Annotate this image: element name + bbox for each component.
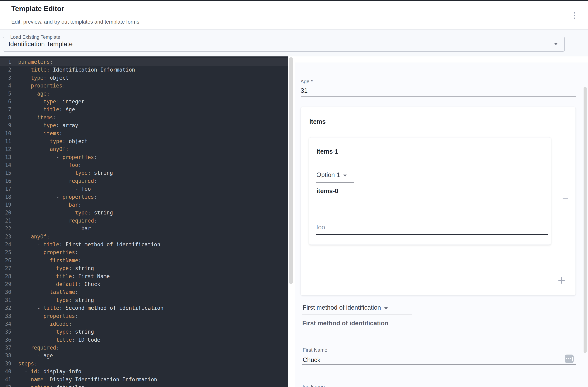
vertical-ellipsis-icon [574, 18, 575, 19]
line-number: 3 [0, 74, 11, 82]
ellipsis-cursor-icon [570, 358, 571, 359]
code-line: 20 type: string [0, 209, 288, 217]
line-number: 15 [0, 169, 11, 177]
first-name-underline [302, 364, 576, 365]
line-number: 40 [0, 368, 11, 375]
code-line-content: anyOf: [11, 233, 50, 241]
code-line: 35 type: string [0, 328, 288, 336]
code-line-content: foo: [11, 161, 81, 169]
code-line: 34 idCode: [0, 320, 288, 328]
items-card: items items-1 Option 1 items-0 foo [301, 107, 576, 295]
header: Template Editor Edit, preview, and try o… [0, 1, 588, 30]
page-scrollbar-thumb[interactable] [584, 87, 587, 353]
line-number: 8 [0, 114, 11, 121]
code-line: 11 type: object [0, 137, 288, 145]
method-select-value: First method of identification [303, 304, 381, 311]
code-line: 12 anyOf: [0, 145, 288, 153]
code-line-content: title: First Name [11, 272, 110, 280]
foo-input[interactable]: foo [316, 224, 325, 231]
code-line: 6 type: integer [0, 98, 288, 106]
code-line: 16 required: [0, 177, 288, 185]
code-line-content: action: debug:log [11, 384, 84, 387]
code-line-content: - title: First method of identification [11, 241, 160, 249]
code-line: 42 action: debug:log [0, 384, 288, 387]
line-number: 31 [0, 296, 11, 304]
add-item-button[interactable] [557, 275, 567, 285]
code-line-content: title: ID Code [11, 336, 100, 344]
item-option-select[interactable]: Option 1 [316, 171, 347, 179]
age-field-underline [301, 96, 576, 97]
code-line-content: - foo [11, 185, 91, 193]
line-number: 4 [0, 82, 11, 90]
code-line: 19 bar: [0, 201, 288, 209]
line-number: 19 [0, 201, 11, 209]
template-loader-section: Load Existing Template Identification Te… [0, 30, 588, 57]
code-line-content: - bar [11, 225, 91, 232]
code-line: 17 - foo [0, 185, 288, 193]
code-line: 7 title: Age [0, 106, 288, 114]
code-line: 28 title: First Name [0, 272, 288, 280]
load-template-select[interactable]: Load Existing Template Identification Te… [3, 37, 565, 52]
code-line: 32 - title: Second method of identificat… [0, 304, 288, 312]
line-number: 13 [0, 153, 11, 161]
method-select[interactable]: First method of identification [303, 304, 388, 311]
code-line: 37 required: [0, 344, 288, 352]
editor-scrollbar-thumb[interactable] [289, 57, 293, 284]
code-line-content: type: string [11, 209, 113, 217]
item-0-title: items-0 [316, 188, 338, 195]
code-line-content: type: integer [11, 98, 84, 106]
line-number: 12 [0, 145, 11, 153]
line-number: 34 [0, 320, 11, 328]
code-line-content: - id: display-info [11, 368, 81, 375]
remove-item-button[interactable] [561, 193, 570, 203]
overflow-menu-button[interactable] [570, 9, 579, 22]
code-line: 4 properties: [0, 82, 288, 90]
code-line-content: type: string [11, 328, 94, 336]
line-number: 18 [0, 193, 11, 201]
form-preview-pane: Age * 31 items items-1 Option 1 items-0 … [295, 57, 588, 387]
code-line: 30 lastName: [0, 288, 288, 296]
last-name-label: lastName [303, 384, 325, 387]
line-number: 2 [0, 66, 11, 74]
code-line: 13 - properties: [0, 153, 288, 161]
line-number: 36 [0, 336, 11, 344]
code-line-content: required: [11, 217, 97, 225]
line-number: 30 [0, 288, 11, 296]
code-line-content: - age [11, 352, 53, 360]
code-line-content: firstName: [11, 257, 81, 264]
code-line-content: steps: [11, 360, 37, 368]
code-line-content: parameters: [11, 58, 53, 66]
line-number: 24 [0, 241, 11, 249]
load-template-label: Load Existing Template [8, 34, 62, 40]
code-line: 29 default: Chuck [0, 280, 288, 288]
code-line-content: - title: Identification Information [11, 66, 135, 74]
age-field-label: Age * [300, 78, 313, 84]
code-line: 14 foo: [0, 161, 288, 169]
age-field-input[interactable]: 31 [301, 87, 308, 94]
pane-top-margin [295, 57, 588, 62]
code-line: 36 title: ID Code [0, 336, 288, 344]
code-line: 10 items: [0, 130, 288, 137]
code-line: 39steps: [0, 360, 288, 368]
code-line: 5 age: [0, 90, 288, 98]
item-option-underline [316, 182, 354, 183]
autofill-button[interactable] [565, 355, 574, 363]
yaml-editor[interactable]: 1parameters:2 - title: Identification In… [0, 57, 288, 387]
line-number: 32 [0, 304, 11, 312]
code-line: 22 - bar [0, 225, 288, 232]
code-line-content: idCode: [11, 320, 72, 328]
code-line-content: - properties: [11, 193, 97, 201]
code-line-content: bar: [11, 201, 81, 209]
code-line-content: name: Display Identification Information [11, 376, 157, 384]
line-number: 25 [0, 249, 11, 256]
code-line: 24 - title: First method of identificati… [0, 241, 288, 249]
line-number: 1 [0, 58, 11, 66]
code-line: 41 name: Display Identification Informat… [0, 376, 288, 384]
code-line-content: anyOf: [11, 145, 69, 153]
line-number: 23 [0, 233, 11, 241]
item-1-title: items-1 [316, 148, 338, 155]
first-name-input[interactable]: Chuck [303, 356, 320, 364]
code-line-content: properties: [11, 312, 78, 320]
line-number: 26 [0, 257, 11, 264]
line-number: 33 [0, 312, 11, 320]
